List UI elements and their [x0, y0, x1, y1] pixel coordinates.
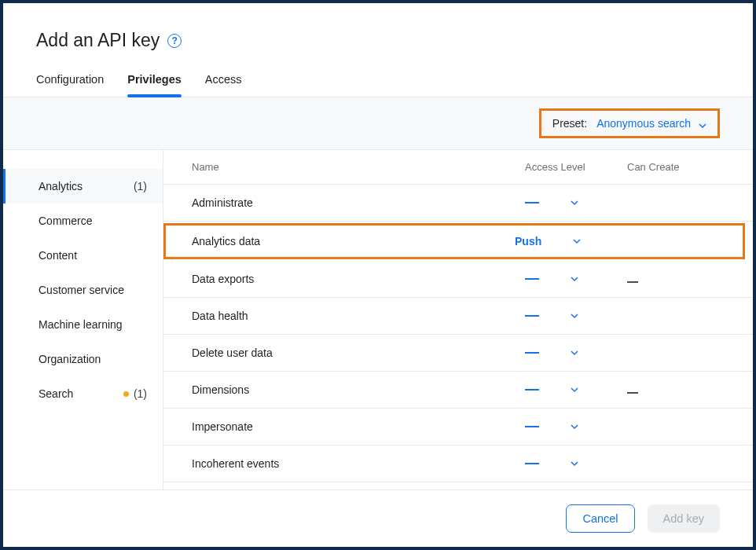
dash-icon: [525, 278, 539, 280]
sidebar-item-count: (1): [134, 387, 147, 400]
sidebar-item-search[interactable]: Search (1): [3, 376, 163, 411]
sidebar-item-machine-learning[interactable]: Machine learning: [3, 307, 163, 342]
sidebar-item-content[interactable]: Content: [3, 238, 163, 273]
sidebar-item-label: Customer service: [39, 284, 124, 296]
chevron-down-icon: [571, 346, 578, 359]
table-row: Impersonate: [163, 409, 753, 446]
privilege-name: Incoherent events: [192, 457, 525, 470]
add-key-button[interactable]: Add key: [648, 504, 720, 533]
table-row: Administrate: [163, 185, 753, 222]
dash-icon: [627, 281, 638, 283]
preset-bar: Preset: Anonymous search: [3, 97, 753, 150]
preset-label: Preset:: [552, 117, 587, 130]
access-level-dropdown[interactable]: [525, 383, 627, 396]
privilege-name: Data health: [192, 310, 525, 322]
col-header-access-level: Access Level: [525, 161, 627, 173]
dash-icon: [525, 426, 539, 427]
sidebar-item-label: Analytics: [39, 180, 83, 192]
sidebar-item-commerce[interactable]: Commerce: [3, 204, 163, 238]
sidebar-item-customer-service[interactable]: Customer service: [3, 273, 163, 307]
access-level-value: Push: [515, 235, 541, 248]
chevron-down-icon: [571, 420, 578, 433]
sidebar-item-label: Search: [39, 387, 73, 400]
table-row: Data exports: [163, 261, 753, 298]
table-row: Data health: [163, 298, 753, 335]
add-api-key-modal: Add an API key ? Configuration Privilege…: [3, 3, 753, 547]
chevron-down-icon: [571, 383, 578, 396]
dash-icon: [525, 202, 539, 204]
preset-selector-highlight: Preset: Anonymous search: [539, 108, 720, 138]
privilege-name: Delete user data: [192, 346, 525, 359]
col-header-name: Name: [192, 161, 525, 173]
warning-dot-icon: [123, 391, 129, 397]
chevron-down-icon: [699, 119, 706, 127]
chevron-down-icon: [571, 273, 578, 285]
sidebar-item-analytics[interactable]: Analytics (1): [3, 169, 163, 204]
sidebar-item-label: Commerce: [39, 214, 92, 227]
tabs: Configuration Privileges Access: [3, 65, 753, 97]
access-level-dropdown[interactable]: [525, 457, 627, 470]
preset-value-text: Anonymous search: [596, 117, 691, 130]
privileges-table: Name Access Level Can Create Administrat…: [163, 150, 753, 490]
table-header-row: Name Access Level Can Create: [163, 150, 753, 185]
content-area: Analytics (1) Commerce Content Customer …: [3, 150, 753, 490]
privilege-name: Data exports: [192, 273, 525, 285]
modal-footer: Cancel Add key: [3, 490, 753, 547]
dash-icon: [525, 463, 539, 464]
sidebar-item-label: Machine learning: [39, 318, 123, 331]
table-row: Dimensions: [163, 372, 753, 409]
chevron-down-icon: [571, 457, 578, 470]
sidebar-item-organization[interactable]: Organization: [3, 342, 163, 376]
dash-icon: [525, 352, 539, 354]
table-row: Incoherent events: [163, 446, 753, 482]
access-level-dropdown[interactable]: [525, 273, 627, 285]
access-level-dropdown[interactable]: [525, 196, 627, 209]
privilege-name: Dimensions: [192, 383, 525, 396]
help-icon[interactable]: ?: [167, 34, 182, 48]
tab-privileges[interactable]: Privileges: [127, 65, 182, 97]
sidebar-item-count-wrap: (1): [123, 387, 147, 400]
cancel-button[interactable]: Cancel: [566, 504, 634, 533]
chevron-down-icon: [571, 196, 578, 209]
dash-icon: [627, 392, 638, 394]
can-create-cell: [627, 383, 729, 396]
tab-access[interactable]: Access: [205, 65, 242, 97]
page-title: Add an API key: [36, 30, 160, 51]
modal-header: Add an API key ?: [3, 3, 753, 65]
sidebar-item-count: (1): [134, 180, 147, 192]
privilege-name: Impersonate: [192, 420, 525, 433]
access-level-dropdown[interactable]: Push: [515, 235, 617, 248]
chevron-down-icon: [571, 310, 578, 322]
can-create-cell: [627, 273, 729, 285]
privilege-name: Administrate: [192, 196, 525, 209]
access-level-dropdown[interactable]: [525, 420, 627, 433]
dash-icon: [525, 389, 539, 390]
privilege-name: Analytics data: [192, 235, 515, 248]
access-level-dropdown[interactable]: [525, 310, 627, 322]
chevron-down-icon: [573, 235, 581, 248]
sidebar-item-label: Content: [39, 249, 77, 262]
access-level-dropdown[interactable]: [525, 346, 627, 359]
category-sidebar: Analytics (1) Commerce Content Customer …: [3, 150, 163, 490]
tab-configuration[interactable]: Configuration: [36, 65, 104, 97]
table-row: Analytics dataPush: [163, 223, 745, 259]
preset-dropdown[interactable]: Anonymous search: [596, 117, 706, 130]
sidebar-item-label: Organization: [39, 353, 101, 365]
dash-icon: [525, 315, 539, 317]
table-row: Delete user data: [163, 335, 753, 372]
col-header-can-create: Can Create: [627, 161, 729, 173]
